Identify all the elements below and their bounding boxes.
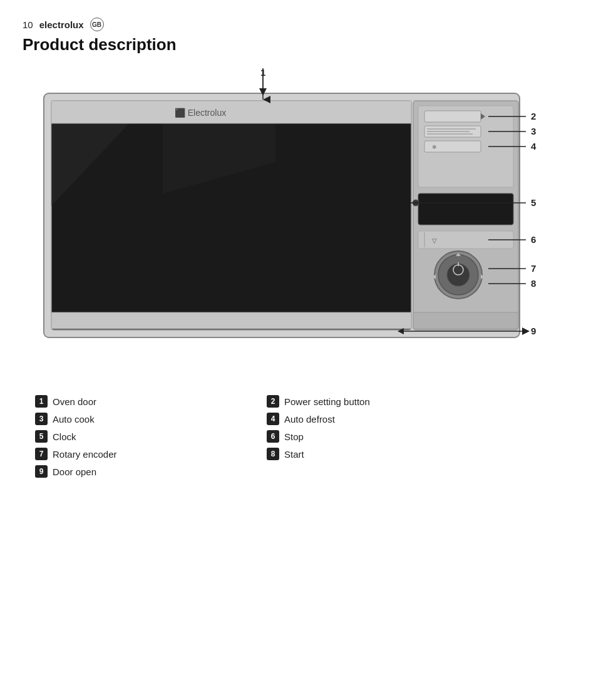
legend-label-text: Clock <box>53 431 76 442</box>
legend-label-text: Auto defrost <box>284 414 335 425</box>
legend-item: 6Stop <box>267 429 461 444</box>
legend-item: 8Start <box>267 446 461 461</box>
main-diagram-svg: ⬛ Electrolux ❄ <box>25 68 576 375</box>
legend-num-badge: 3 <box>35 413 48 425</box>
legend-label-text: Rotary encoder <box>53 449 117 460</box>
svg-text:2: 2 <box>531 111 536 121</box>
diagram-wrapper: ⬛ Electrolux ❄ <box>23 68 578 375</box>
legend-num-badge: 2 <box>267 395 279 408</box>
svg-text:8: 8 <box>531 278 536 289</box>
legend-num-badge: 5 <box>35 430 48 443</box>
legend-num-badge: 1 <box>35 395 48 408</box>
legend-num-badge: 6 <box>267 430 279 443</box>
svg-rect-4 <box>51 101 411 123</box>
legend-item: 3Auto cook <box>35 411 229 426</box>
page-title: Product description <box>23 35 578 54</box>
legend-label-text: Power setting button <box>284 396 370 407</box>
legend-num-badge: 4 <box>267 413 279 425</box>
svg-rect-30 <box>413 312 518 329</box>
legend-grid: 1Oven door2Power setting button3Auto coo… <box>35 394 461 479</box>
svg-text:6: 6 <box>531 234 536 245</box>
svg-rect-16 <box>418 193 513 225</box>
brand-name: electrolux <box>39 19 84 30</box>
page-number: 10 <box>23 19 33 30</box>
svg-text:5: 5 <box>531 197 536 208</box>
page-container: 10 electrolux GB Product description ⬛ E… <box>0 0 601 498</box>
legend-num-badge: 9 <box>35 465 48 478</box>
svg-rect-29 <box>51 312 411 329</box>
legend-item: 9Door open <box>35 464 229 479</box>
legend-label-text: Start <box>284 449 304 460</box>
legend-item: 5Clock <box>35 429 229 444</box>
legend-item: 1Oven door <box>35 394 229 409</box>
legend-num-badge: 8 <box>267 448 279 460</box>
svg-text:9: 9 <box>531 326 536 336</box>
svg-rect-8 <box>424 111 481 122</box>
legend-item: 2Power setting button <box>267 394 461 409</box>
legend-item: 4Auto defrost <box>267 411 461 426</box>
svg-text:❄: ❄ <box>432 144 437 150</box>
legend-section: 1Oven door2Power setting button3Auto coo… <box>23 394 578 479</box>
svg-text:3: 3 <box>531 126 536 136</box>
diagram-svg: ⬛ Electrolux ❄ <box>25 68 576 375</box>
header-row: 10 electrolux GB <box>23 18 578 31</box>
svg-text:7: 7 <box>531 263 536 274</box>
legend-item: 7Rotary encoder <box>35 446 229 461</box>
country-badge: GB <box>90 18 104 31</box>
legend-label-text: Oven door <box>53 396 96 407</box>
legend-label-text: Auto cook <box>53 414 95 425</box>
legend-label-text: Door open <box>53 466 96 477</box>
svg-text:▽: ▽ <box>432 237 437 244</box>
legend-num-badge: 7 <box>35 448 48 460</box>
svg-text:⬛ Electrolux: ⬛ Electrolux <box>175 108 226 118</box>
legend-label-text: Stop <box>284 431 304 442</box>
svg-text:4: 4 <box>531 141 537 152</box>
